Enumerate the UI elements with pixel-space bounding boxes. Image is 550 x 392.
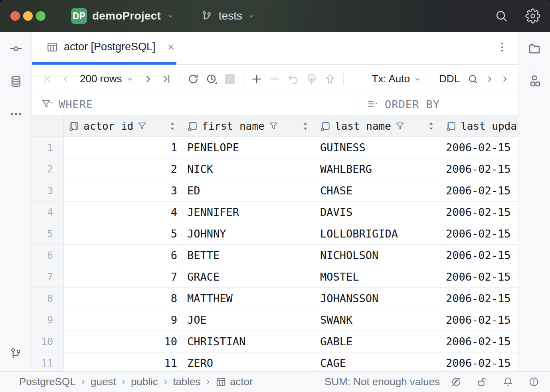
close-window-button[interactable]: [10, 11, 20, 21]
column-header-last-name[interactable]: last_name: [315, 115, 441, 137]
cell-last_name[interactable]: JOHANSSON: [315, 288, 441, 309]
cell-actor_id[interactable]: 2: [64, 158, 182, 180]
cell-actor_id[interactable]: 9: [64, 309, 182, 331]
zoom-window-button[interactable]: [36, 11, 46, 21]
vcs-tool-button[interactable]: [9, 346, 23, 361]
order-by-filter-input[interactable]: ORDER BY: [358, 93, 518, 115]
transaction-mode-dropdown[interactable]: Tx: Auto: [367, 70, 427, 88]
cell-last_update[interactable]: 2006-02-15 0: [441, 266, 518, 287]
cell-last_name[interactable]: DAVIS: [315, 202, 441, 223]
row-number[interactable]: 1: [32, 137, 64, 158]
close-tab-icon[interactable]: [166, 42, 176, 52]
row-number[interactable]: 10: [32, 331, 64, 352]
aggregator-sum-widget[interactable]: SUM: Not enough values: [324, 376, 440, 388]
column-header-last-update[interactable]: last_update: [441, 115, 518, 137]
chevron-right-button[interactable]: [482, 70, 497, 88]
cell-last_update[interactable]: 2006-02-15 0: [441, 352, 518, 371]
cell-actor_id[interactable]: 10: [64, 331, 182, 352]
search-everywhere-button[interactable]: [494, 9, 508, 23]
row-number[interactable]: 8: [32, 288, 64, 309]
column-filter-funnel-icon[interactable]: [395, 121, 405, 131]
cell-last_update[interactable]: 2006-02-15 0: [441, 245, 518, 266]
tab-actor-postgresql[interactable]: actor [PostgreSQL]: [32, 32, 176, 62]
cell-last_update[interactable]: 2006-02-15 0: [441, 137, 518, 158]
cell-last_update[interactable]: 2006-02-15 0: [441, 202, 518, 223]
column-header-actor-id[interactable]: actor_id: [64, 115, 182, 137]
row-number[interactable]: 11: [32, 352, 64, 371]
row-number[interactable]: 7: [32, 266, 64, 287]
first-page-button[interactable]: [38, 70, 57, 88]
find-in-grid-button[interactable]: [464, 70, 482, 88]
row-number[interactable]: 9: [32, 309, 64, 331]
row-number[interactable]: 2: [32, 158, 64, 180]
cell-first_name[interactable]: BETTE: [182, 245, 315, 266]
cell-first_name[interactable]: CHRISTIAN: [182, 331, 315, 352]
tab-options-kebab-icon[interactable]: [498, 41, 506, 53]
cell-last_update[interactable]: 2006-02-15 0: [441, 158, 518, 180]
breadcrumb-item[interactable]: public: [131, 376, 158, 388]
cell-actor_id[interactable]: 8: [64, 288, 182, 309]
refresh-button[interactable]: [184, 70, 202, 88]
breadcrumb-item[interactable]: guest: [91, 376, 116, 388]
cell-last_name[interactable]: NICHOLSON: [315, 245, 441, 266]
cell-actor_id[interactable]: 6: [64, 245, 182, 266]
cell-last_name[interactable]: WAHLBERG: [315, 158, 441, 180]
database-tool-button[interactable]: [9, 74, 23, 89]
cell-first_name[interactable]: NICK: [182, 158, 315, 180]
cell-last_update[interactable]: 2006-02-15 0: [441, 288, 518, 309]
row-number[interactable]: 6: [32, 245, 64, 266]
add-row-button[interactable]: [247, 70, 266, 88]
auto-refresh-dropdown[interactable]: [202, 70, 221, 88]
row-number[interactable]: 4: [32, 202, 64, 223]
cell-last_name[interactable]: GABLE: [315, 331, 441, 352]
cell-first_name[interactable]: JENNIFER: [182, 202, 315, 223]
cell-last_name[interactable]: SWANK: [315, 309, 441, 331]
cell-actor_id[interactable]: 1: [64, 137, 182, 158]
breadcrumb-item[interactable]: PostgreSQL: [19, 376, 76, 388]
cell-first_name[interactable]: ED: [182, 180, 315, 201]
column-filter-funnel-icon[interactable]: [268, 121, 279, 131]
cell-last_name[interactable]: MOSTEL: [315, 266, 441, 287]
more-tool-windows-button[interactable]: [9, 107, 23, 121]
page-size-dropdown[interactable]: 200 rows: [75, 70, 139, 88]
cell-last_name[interactable]: LOLLOBRIGIDA: [315, 223, 441, 244]
cell-first_name[interactable]: MATTHEW: [182, 288, 315, 309]
error-exclamation-icon[interactable]: [528, 376, 540, 388]
cell-first_name[interactable]: PENELOPE: [182, 137, 315, 158]
cell-last_name[interactable]: CHASE: [315, 180, 441, 201]
revert-changes-button[interactable]: [284, 70, 303, 88]
cell-last_update[interactable]: 2006-02-15 0: [441, 331, 518, 352]
cell-actor_id[interactable]: 7: [64, 266, 182, 287]
chevron-right-button[interactable]: [497, 70, 512, 88]
breadcrumb[interactable]: PostgreSQL › guest › public › tables › a…: [19, 376, 253, 388]
vcs-branch-widget[interactable]: tests: [200, 9, 256, 23]
last-page-button[interactable]: [157, 70, 176, 88]
structure-tool-button[interactable]: [527, 74, 542, 88]
upload-button[interactable]: [321, 70, 339, 88]
stop-button[interactable]: [221, 70, 239, 88]
unlock-icon[interactable]: [476, 376, 488, 388]
commit-tool-button[interactable]: [9, 42, 23, 56]
cell-actor_id[interactable]: 5: [64, 223, 182, 244]
cell-first_name[interactable]: ZERO: [182, 352, 315, 371]
delete-row-button[interactable]: [266, 70, 284, 88]
cell-last_name[interactable]: GUINESS: [315, 137, 441, 158]
cell-first_name[interactable]: JOE: [182, 309, 315, 331]
minimize-window-button[interactable]: [23, 11, 33, 21]
cell-last_update[interactable]: 2006-02-15 0: [441, 223, 518, 244]
next-page-button[interactable]: [139, 70, 157, 88]
inspections-off-icon[interactable]: [450, 376, 462, 388]
sort-toggle-icon[interactable]: [427, 121, 435, 131]
breadcrumb-item[interactable]: actor: [216, 376, 253, 388]
cell-last_update[interactable]: 2006-02-15 0: [441, 180, 518, 201]
notifications-bell-icon[interactable]: [502, 376, 514, 388]
cell-first_name[interactable]: GRACE: [182, 266, 315, 287]
cell-actor_id[interactable]: 11: [64, 352, 182, 371]
where-filter-input[interactable]: WHERE: [32, 93, 358, 115]
settings-button[interactable]: [525, 8, 540, 24]
row-number[interactable]: 5: [32, 223, 64, 244]
cell-last_name[interactable]: CAGE: [315, 352, 441, 371]
column-header-first-name[interactable]: first_name: [182, 115, 315, 137]
files-tool-button[interactable]: [527, 42, 542, 56]
submit-preview-button[interactable]: [303, 70, 321, 88]
